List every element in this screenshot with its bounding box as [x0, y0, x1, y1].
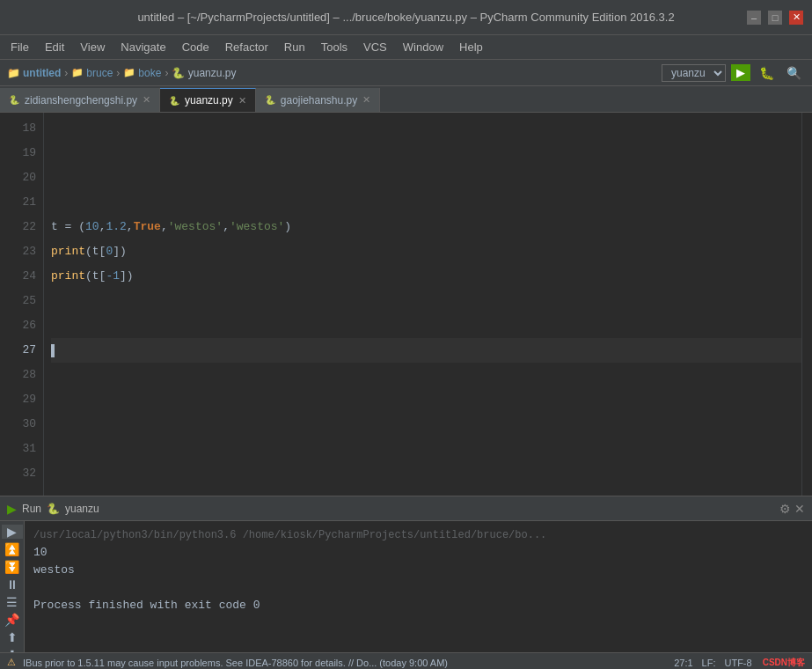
code-line-25 — [51, 289, 801, 313]
line-number-28: 28 — [0, 363, 36, 387]
statusbar: ⚠ IBus prior to 1.5.11 may cause input p… — [0, 652, 812, 669]
minimize-button[interactable]: – — [747, 11, 761, 25]
tab-0[interactable]: 🐍zidianshengchengshi.py✕ — [0, 88, 160, 112]
code-editor[interactable]: t = (10,1.2,True,'westos','westos')print… — [44, 113, 801, 496]
run-down-button[interactable]: ⏬ — [2, 560, 23, 574]
breadcrumb-bruce[interactable]: 📁 bruce — [71, 67, 113, 79]
run-play-button[interactable]: ▶ — [2, 525, 23, 539]
line-number-26: 26 — [0, 313, 36, 338]
tab-label-2: gaojiehanshu.py — [281, 94, 357, 107]
tab-label-0: zidianshengchengshi.py — [25, 94, 137, 107]
code-line-21 — [51, 190, 801, 215]
run-content: ▶ ⏫ ⏬ ⏸ ☰ 📌 ⬆ ⬇ /usr/local/python3/bin/p… — [0, 521, 812, 652]
line-number-18: 18 — [0, 116, 36, 141]
status-message: IBus prior to 1.5.11 may cause input pro… — [23, 658, 448, 668]
line-number-29: 29 — [0, 387, 36, 412]
search-button[interactable]: 🔍 — [783, 64, 805, 82]
code-line-32 — [51, 461, 801, 486]
code-line-26 — [51, 313, 801, 338]
run-stop-button[interactable]: ⏫ — [2, 542, 23, 556]
run-config-select[interactable]: yuanzu — [662, 64, 726, 82]
run-button[interactable]: ▶ — [731, 64, 750, 81]
breadcrumb-boke[interactable]: 📁 boke — [123, 67, 161, 79]
charset: UTF-8 — [724, 658, 751, 668]
tab-icon-2: 🐍 — [265, 95, 275, 105]
csdn-logo: CSDN博客 — [763, 657, 805, 669]
boke-folder-icon: 📁 — [123, 67, 135, 78]
tab-2[interactable]: 🐍gaojiehanshu.py✕ — [256, 88, 380, 112]
menu-item-vcs[interactable]: VCS — [356, 38, 394, 56]
tab-close-1[interactable]: ✕ — [238, 95, 246, 107]
run-output-westos: westos — [33, 562, 803, 579]
breadcrumb-sep3: › — [165, 67, 168, 79]
tab-label-1: yuanzu.py — [185, 94, 233, 107]
line-number-32: 32 — [0, 461, 36, 486]
line-numbers: 181920212223242526272829303132 — [0, 113, 44, 496]
menu-item-refactor[interactable]: Refactor — [218, 38, 275, 56]
code-line-28 — [51, 363, 801, 387]
run-pin-button[interactable]: 📌 — [2, 613, 23, 627]
menu-item-run[interactable]: Run — [277, 38, 312, 56]
run-command-line: /usr/local/python3/bin/python3.6 /home/k… — [33, 526, 803, 544]
run-pause-button[interactable]: ⏸ — [2, 577, 23, 592]
project-folder-icon: 📁 — [7, 67, 20, 79]
text-cursor — [51, 344, 53, 357]
menu-item-file[interactable]: File — [4, 38, 36, 56]
line-number-19: 19 — [0, 141, 36, 165]
breadcrumb-sep1: › — [64, 67, 68, 79]
debug-button[interactable]: 🐛 — [756, 64, 778, 82]
code-line-19 — [51, 141, 801, 165]
close-button[interactable]: ✕ — [789, 11, 803, 25]
run-header-title: Run — [22, 503, 41, 515]
run-output: /usr/local/python3/bin/python3.6 /home/k… — [25, 521, 812, 652]
nav-right-controls: yuanzu ▶ 🐛 🔍 — [662, 64, 805, 82]
run-config-label: 🐍 — [47, 503, 60, 515]
run-list-button[interactable]: ☰ — [2, 595, 23, 609]
run-collapse-button[interactable]: ⬇ — [2, 648, 23, 652]
line-number-22: 22 — [0, 215, 36, 239]
code-line-29 — [51, 387, 801, 412]
run-header-icon: ▶ — [7, 502, 17, 516]
file-icon: 🐍 — [172, 67, 185, 79]
code-line-22: t = (10,1.2,True,'westos','westos') — [51, 215, 801, 239]
run-sidebar: ▶ ⏫ ⏬ ⏸ ☰ 📌 ⬆ ⬇ — [0, 521, 25, 652]
tab-1[interactable]: 🐍yuanzu.py✕ — [160, 88, 256, 112]
editor-container: 181920212223242526272829303132 t = (10,1… — [0, 113, 812, 496]
code-line-24: print(t[-1]) — [51, 264, 801, 289]
code-line-30 — [51, 412, 801, 437]
menu-item-help[interactable]: Help — [452, 38, 490, 56]
run-config-name: yuanzu — [65, 503, 99, 515]
tab-close-2[interactable]: ✕ — [362, 94, 370, 106]
line-number-31: 31 — [0, 437, 36, 461]
menu-item-window[interactable]: Window — [396, 38, 450, 56]
breadcrumb-file: 🐍 yuanzu.py — [172, 67, 236, 79]
code-line-20 — [51, 165, 801, 190]
line-number-25: 25 — [0, 289, 36, 313]
line-number-24: 24 — [0, 264, 36, 289]
menu-item-code[interactable]: Code — [175, 38, 216, 56]
menu-item-edit[interactable]: Edit — [38, 38, 71, 56]
run-output-blank — [33, 579, 803, 597]
code-line-31 — [51, 437, 801, 461]
breadcrumb-bar: 📁 untitled › 📁 bruce › 📁 boke › 🐍 yuanzu… — [0, 60, 812, 86]
menu-item-navigate[interactable]: Navigate — [113, 38, 172, 56]
breadcrumb-project[interactable]: 📁 untitled — [7, 67, 61, 79]
tab-icon-0: 🐍 — [9, 95, 19, 105]
menu-item-tools[interactable]: Tools — [314, 38, 355, 56]
run-output-10: 10 — [33, 544, 803, 562]
menu-item-view[interactable]: View — [73, 38, 112, 56]
status-right: 27:1 LF: UTF-8 — [674, 658, 752, 668]
tab-close-0[interactable]: ✕ — [143, 94, 150, 106]
editor-tabs: 🐍zidianshengchengshi.py✕🐍yuanzu.py✕🐍gaoj… — [0, 86, 812, 113]
line-number-21: 21 — [0, 190, 36, 215]
status-warning-icon: ⚠ — [7, 657, 16, 668]
cursor-position: 27:1 — [674, 658, 692, 668]
run-expand-button[interactable]: ⬆ — [2, 630, 23, 644]
code-line-27 — [51, 338, 801, 363]
right-gutter — [801, 113, 812, 496]
run-settings-icon[interactable]: ⚙ ✕ — [779, 502, 805, 516]
line-number-30: 30 — [0, 412, 36, 437]
tab-icon-1: 🐍 — [169, 96, 179, 106]
run-panel: ▶ Run 🐍 yuanzu ⚙ ✕ ▶ ⏫ ⏬ ⏸ ☰ 📌 ⬆ ⬇ /usr/… — [0, 496, 812, 652]
maximize-button[interactable]: □ — [768, 11, 782, 25]
